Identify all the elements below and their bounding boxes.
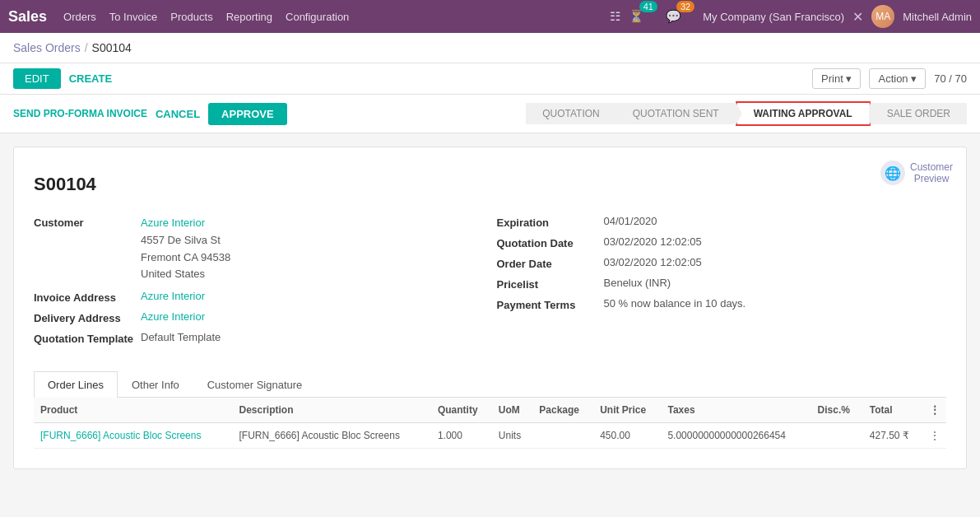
table-row[interactable]: [FURN_6666] Acoustic Bloc Screens [FURN_… <box>34 423 946 449</box>
notifications-wrap[interactable]: ⏳ 41 <box>629 9 657 24</box>
pagination: 70 / 70 <box>934 72 967 85</box>
expiration-value: 04/01/2020 <box>604 215 657 227</box>
status-waiting-approval[interactable]: WAITING APPROVAL <box>736 101 871 126</box>
quotation-template-value: Default Template <box>141 331 221 343</box>
cell-product[interactable]: [FURN_6666] Acoustic Bloc Screens <box>34 423 232 449</box>
top-navigation: Sales Orders To Invoice Products Reporti… <box>0 0 980 33</box>
document-card: 🌐 CustomerPreview S00104 Customer Azure … <box>13 147 967 469</box>
delivery-address-label: Delivery Address <box>34 310 141 324</box>
cell-total: 427.50 ₹ <box>863 423 923 449</box>
nav-links: Orders To Invoice Products Reporting Con… <box>63 11 610 23</box>
status-quotation-sent[interactable]: QUOTATION SENT <box>616 103 736 124</box>
cell-description: [FURN_6666] Acoustic Bloc Screens <box>232 423 430 449</box>
action-button[interactable]: Action ▾ <box>869 68 926 89</box>
invoice-address-label: Invoice Address <box>34 290 141 304</box>
edit-button[interactable]: EDIT <box>13 68 61 89</box>
col-product: Product <box>34 398 232 423</box>
col-disc: Disc.% <box>811 398 863 423</box>
customer-preview-button[interactable]: 🌐 CustomerPreview <box>880 161 953 185</box>
print-label: Print <box>821 72 843 85</box>
print-dropdown-icon: ▾ <box>846 72 852 85</box>
pricelist-value: Benelux (INR) <box>604 277 671 289</box>
quotation-date-value: 03/02/2020 12:02:05 <box>604 235 702 248</box>
col-taxes: Taxes <box>661 398 810 423</box>
cancel-button[interactable]: CANCEL <box>156 108 200 120</box>
nav-to-invoice[interactable]: To Invoice <box>109 11 158 23</box>
toolbar: EDIT CREATE Print ▾ Action ▾ 70 / 70 <box>0 63 980 95</box>
app-brand: Sales <box>8 8 47 26</box>
cell-package <box>532 423 593 449</box>
apps-icon[interactable]: ☷ <box>610 9 620 24</box>
nav-configuration[interactable]: Configuration <box>286 11 349 23</box>
notifications-badge: 41 <box>639 1 657 12</box>
row-menu-icon[interactable]: ⋮ <box>923 423 946 449</box>
close-icon[interactable]: ✕ <box>852 9 863 25</box>
cell-unit-price: 450.00 <box>593 423 661 449</box>
customer-value: Azure Interior 4557 De Silva St Fremont … <box>141 215 230 283</box>
expiration-row: Expiration 04/01/2020 <box>497 215 947 229</box>
form-right: Expiration 04/01/2020 Quotation Date 03/… <box>497 215 947 352</box>
send-proforma-button[interactable]: SEND PRO-FORMA INVOICE <box>13 104 147 123</box>
invoice-address-value[interactable]: Azure Interior <box>141 290 205 302</box>
order-date-label: Order Date <box>497 256 604 270</box>
avatar-image: MA <box>871 5 894 28</box>
customer-preview-label: CustomerPreview <box>910 161 953 184</box>
breadcrumb-separator: / <box>85 41 88 54</box>
customer-name[interactable]: Azure Interior <box>141 215 230 232</box>
tab-order-lines[interactable]: Order Lines <box>34 371 118 398</box>
customer-address3: United States <box>141 266 230 283</box>
payment-terms-row: Payment Terms 50 % now balance in 10 day… <box>497 297 947 311</box>
company-name[interactable]: My Company (San Francisco) <box>703 11 844 23</box>
order-date-value: 03/02/2020 12:02:05 <box>604 256 702 268</box>
main-content: 🌐 CustomerPreview S00104 Customer Azure … <box>0 133 980 482</box>
user-name: Mitchell Admin <box>903 11 972 23</box>
document-title: S00104 <box>34 174 946 195</box>
nav-right: ☷ ⏳ 41 💬 32 My Company (San Francisco) ✕… <box>610 5 972 28</box>
globe-icon: 🌐 <box>880 161 905 185</box>
approve-button[interactable]: APPROVE <box>208 103 287 125</box>
customer-row: Customer Azure Interior 4557 De Silva St… <box>34 215 484 283</box>
quotation-template-label: Quotation Template <box>34 331 141 345</box>
pricelist-row: Pricelist Benelux (INR) <box>497 277 947 291</box>
messages-badge: 32 <box>676 1 694 12</box>
order-lines-table: Product Description Quantity UoM Package… <box>34 398 946 449</box>
nav-reporting[interactable]: Reporting <box>226 11 272 23</box>
nav-orders[interactable]: Orders <box>63 11 96 23</box>
col-unit-price: Unit Price <box>593 398 661 423</box>
status-quotation[interactable]: QUOTATION <box>526 103 616 124</box>
form-fields: Customer Azure Interior 4557 De Silva St… <box>34 215 946 352</box>
statusbar: SEND PRO-FORMA INVOICE CANCEL APPROVE QU… <box>0 95 980 133</box>
status-sale-order[interactable]: SALE ORDER <box>871 103 967 124</box>
breadcrumb: Sales Orders / S00104 <box>0 33 980 63</box>
customer-label: Customer <box>34 215 141 229</box>
customer-address2: Fremont CA 94538 <box>141 249 230 267</box>
expiration-label: Expiration <box>497 215 604 229</box>
user-avatar[interactable]: MA <box>871 5 894 28</box>
quotation-template-row: Quotation Template Default Template <box>34 331 484 345</box>
table-header-row: Product Description Quantity UoM Package… <box>34 398 946 423</box>
payment-terms-label: Payment Terms <box>497 297 604 311</box>
messages-wrap[interactable]: 💬 32 <box>666 9 694 24</box>
cell-taxes: 5.00000000000000266454 <box>661 423 810 449</box>
delivery-address-row: Delivery Address Azure Interior <box>34 310 484 324</box>
payment-terms-value: 50 % now balance in 10 days. <box>604 297 746 310</box>
col-quantity: Quantity <box>431 398 492 423</box>
tab-other-info[interactable]: Other Info <box>118 371 193 398</box>
cell-uom: Units <box>492 423 533 449</box>
order-date-row: Order Date 03/02/2020 12:02:05 <box>497 256 947 270</box>
tab-customer-signature[interactable]: Customer Signature <box>193 371 317 398</box>
cell-disc <box>811 423 863 449</box>
col-description: Description <box>232 398 430 423</box>
create-button[interactable]: CREATE <box>69 72 112 85</box>
status-steps: QUOTATION QUOTATION SENT WAITING APPROVA… <box>526 101 967 126</box>
pricelist-label: Pricelist <box>497 277 604 291</box>
breadcrumb-parent[interactable]: Sales Orders <box>13 41 81 54</box>
col-total: Total <box>863 398 923 423</box>
print-button[interactable]: Print ▾ <box>812 68 861 89</box>
tabs-bar: Order Lines Other Info Customer Signatur… <box>34 371 946 398</box>
customer-address1: 4557 De Silva St <box>141 232 230 249</box>
delivery-address-value[interactable]: Azure Interior <box>141 310 205 323</box>
quotation-date-row: Quotation Date 03/02/2020 12:02:05 <box>497 235 947 249</box>
nav-products[interactable]: Products <box>170 11 212 23</box>
quotation-date-label: Quotation Date <box>497 235 604 249</box>
